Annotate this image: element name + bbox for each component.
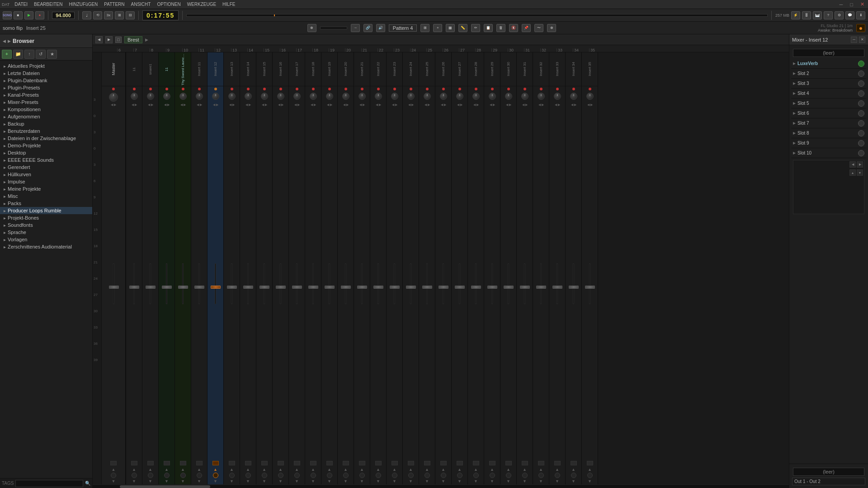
mute-btn[interactable] [147, 461, 154, 465]
send-up-arrow[interactable]: ▲ [360, 467, 364, 472]
send-down-arrow[interactable]: ▼ [344, 479, 348, 483]
fader-thumb[interactable] [471, 286, 481, 289]
fader-thumb[interactable] [504, 286, 514, 289]
send-up-arrow[interactable]: ▲ [344, 467, 348, 472]
fader-thumb[interactable] [357, 286, 367, 289]
pattern-select[interactable]: Pattern 4 [389, 24, 417, 32]
browser-folder-btn[interactable]: 📁 [13, 50, 23, 59]
mute-btn[interactable] [375, 461, 382, 465]
stop-btn[interactable]: ■ [14, 11, 23, 19]
fader-thumb[interactable] [536, 286, 546, 289]
routing-dot[interactable] [344, 88, 347, 90]
browser-refresh-btn[interactable]: ↺ [36, 50, 46, 59]
send-up-arrow[interactable]: ▲ [246, 467, 250, 472]
fader-track[interactable] [296, 263, 297, 304]
fader-track[interactable] [557, 263, 558, 304]
mixer-channel-ch23[interactable]: Insert 29◀▶▲▼ [484, 52, 500, 484]
fader-track[interactable] [377, 263, 379, 304]
mute-btn[interactable] [457, 461, 463, 465]
mute-btn[interactable] [110, 461, 117, 465]
mixer-view-btn[interactable]: □ [115, 37, 122, 43]
menu-item-ansicht[interactable]: ANSICHT [130, 2, 152, 7]
channel-arrow[interactable]: ▶ [590, 103, 593, 106]
channel-arrow[interactable]: ◀ [587, 103, 590, 106]
browser-item-backup[interactable]: ▸Backup [0, 120, 92, 127]
menu-item-optionen[interactable]: OPTIONEN [156, 2, 182, 7]
pan-knob[interactable] [375, 93, 382, 100]
mute-ch-btn[interactable]: 🔇 [509, 24, 518, 32]
routing-dot[interactable] [442, 88, 445, 90]
slot-power-btn[interactable] [858, 150, 864, 156]
browser-item-meine-projekte[interactable]: ▸Meine Projekte [0, 185, 92, 192]
channel-arrow[interactable]: ◀ [311, 103, 313, 106]
channel-arrow[interactable]: ▶ [428, 103, 430, 106]
mixer-nav-right[interactable]: ▶ [105, 36, 113, 43]
song-mode-btn[interactable]: SONG [3, 11, 12, 19]
tempo-display[interactable]: 94.000 [52, 12, 75, 19]
channel-arrow[interactable]: ▶ [346, 103, 349, 106]
fader-track[interactable] [312, 263, 314, 304]
routing-dot[interactable] [458, 88, 461, 90]
fader-track[interactable] [573, 263, 574, 304]
mixer-channel-ch4[interactable]: Thy Sword Launch Trailer [1080x60]◀▶▲▼ [175, 52, 191, 484]
mixer-nav-left[interactable]: ◀ [95, 36, 103, 43]
browser-item-vorlagen[interactable]: ▸Vorlagen [0, 236, 92, 243]
pan-knob[interactable] [109, 93, 118, 102]
routing-dot[interactable] [214, 88, 217, 90]
mute-btn[interactable] [212, 461, 219, 465]
mixer-channel-master[interactable]: Master◀▶▲▼ [102, 52, 126, 484]
blend2-btn[interactable]: ⊟ [126, 11, 135, 19]
send-up-arrow[interactable]: ▲ [197, 467, 201, 472]
send-circle[interactable] [180, 473, 186, 478]
channel-arrow[interactable]: ◀ [571, 103, 573, 106]
slot-power-btn[interactable] [858, 80, 864, 87]
browser-item-producer-loops-rumble[interactable]: ▸Producer Loops Rumble [0, 207, 92, 214]
fader-track[interactable] [426, 263, 428, 304]
fader-thumb[interactable] [162, 286, 172, 289]
mixer-channel-ch7[interactable]: Insert 13◀▶▲▼ [224, 52, 240, 484]
channel-arrow[interactable]: ◀ [555, 103, 557, 106]
pan-knob[interactable] [505, 93, 512, 100]
fader-thumb[interactable] [129, 286, 139, 289]
fader-thumb[interactable] [308, 286, 318, 289]
fader-track[interactable] [166, 263, 167, 304]
channel-arrow[interactable]: ◀ [343, 103, 345, 106]
routing-dot[interactable] [296, 88, 298, 90]
channel-arrow[interactable]: ◀ [538, 103, 541, 106]
send-up-arrow[interactable]: ▲ [327, 467, 331, 472]
send-circle[interactable] [343, 473, 349, 478]
mute-btn[interactable] [359, 461, 365, 465]
send-circle[interactable] [197, 473, 202, 478]
channel-arrow[interactable]: ◀ [262, 103, 264, 106]
send-circle[interactable] [278, 473, 283, 478]
send-down-arrow[interactable]: ▼ [458, 479, 462, 483]
mixer-channel-ch10[interactable]: Insert 16◀▶▲▼ [273, 52, 289, 484]
send-down-arrow[interactable]: ▼ [327, 479, 331, 483]
pan-knob[interactable] [163, 93, 170, 100]
channel-arrow[interactable]: ◀ [473, 103, 476, 106]
channel-arrow[interactable]: ◀ [490, 103, 492, 106]
fader-thumb[interactable] [178, 286, 188, 289]
channel-arrow[interactable]: ◀ [408, 103, 410, 106]
channel-arrow[interactable]: ◀ [441, 103, 443, 106]
send-circle[interactable] [245, 473, 251, 478]
send-up-arrow[interactable]: ▲ [213, 467, 217, 472]
help-btn[interactable]: ? [824, 11, 833, 19]
brest-label[interactable]: Brest [124, 36, 142, 43]
routing-dot[interactable] [393, 88, 396, 90]
mute-btn[interactable] [164, 461, 170, 465]
fader-track[interactable] [589, 263, 590, 304]
send-circle[interactable] [538, 473, 544, 478]
insert-slot-3[interactable]: ▶Slot 3 [791, 79, 866, 89]
send-circle[interactable] [213, 473, 218, 478]
send-circle[interactable] [425, 473, 430, 478]
channel-arrow[interactable]: ▶ [135, 103, 137, 106]
fader-thumb[interactable] [325, 286, 335, 289]
send-up-arrow[interactable]: ▲ [555, 467, 559, 472]
send-circle[interactable] [555, 473, 560, 478]
mute-btn[interactable] [343, 461, 349, 465]
routing-dot[interactable] [572, 88, 575, 90]
send-down-arrow[interactable]: ▼ [278, 479, 283, 483]
mute-btn[interactable] [392, 461, 398, 465]
insert-slot-5[interactable]: ▶Slot 5 [791, 99, 866, 108]
